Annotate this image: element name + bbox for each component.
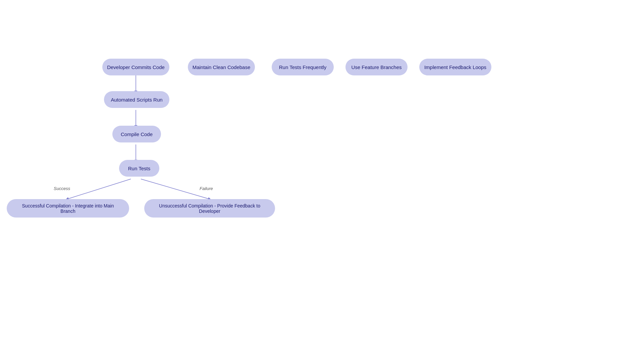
use-feature-branches-node: Use Feature Branches — [345, 59, 408, 75]
developer-commits-node: Developer Commits Code — [102, 59, 169, 75]
failure-label: Failure — [200, 186, 213, 191]
run-tests-node: Run Tests — [119, 160, 159, 177]
success-label: Success — [54, 186, 70, 191]
run-tests-frequently-node: Run Tests Frequently — [272, 59, 334, 75]
successful-compilation-node: Successful Compilation - Integrate into … — [7, 199, 129, 218]
compile-code-node: Compile Code — [112, 126, 161, 142]
automated-scripts-node: Automated Scripts Run — [104, 91, 169, 108]
unsuccessful-compilation-node: Unsuccessful Compilation - Provide Feedb… — [144, 199, 275, 218]
connectors-svg — [0, 0, 644, 363]
implement-feedback-loops-node: Implement Feedback Loops — [419, 59, 491, 75]
maintain-codebase-node: Maintain Clean Codebase — [188, 59, 255, 75]
svg-line-3 — [67, 179, 131, 199]
diagram-container: Developer Commits Code Maintain Clean Co… — [0, 0, 644, 363]
